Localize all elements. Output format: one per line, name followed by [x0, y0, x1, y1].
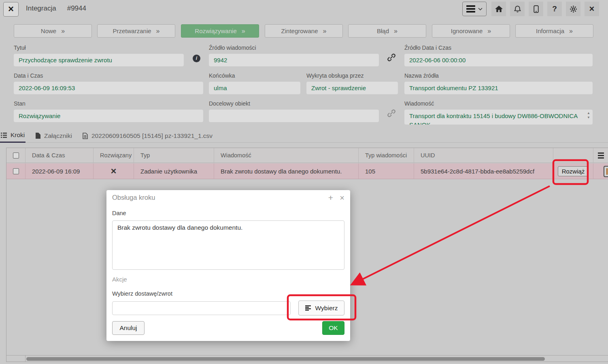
wybierz-button-label: Wybierz	[315, 305, 338, 312]
dialog-close-icon[interactable]: ×	[340, 193, 344, 203]
step-handling-dialog: Obsługa kroku + × Dane Brak zwrotu dosta…	[106, 190, 350, 341]
wybierz-button[interactable]: Wybierz	[298, 301, 344, 315]
ok-button[interactable]: OK	[322, 321, 344, 335]
align-left-list-icon	[305, 305, 312, 311]
anuluj-button[interactable]: Anuluj	[112, 321, 145, 335]
akcje-label: Akcje	[112, 276, 127, 283]
expand-plus-icon[interactable]: +	[328, 193, 333, 203]
dialog-title: Obsługa kroku	[112, 194, 155, 201]
delivery-return-input[interactable]	[112, 301, 291, 315]
action-field-label: Wybierz dostawę/zwrot	[112, 290, 172, 297]
dane-textarea[interactable]: Brak zwrotu dostawy dla danego dokumentu…	[112, 220, 344, 270]
integration-detail-window: × Integracja#9944 ? × Nowe» Przetwarzani…	[0, 0, 608, 364]
dane-label: Dane	[112, 210, 126, 216]
